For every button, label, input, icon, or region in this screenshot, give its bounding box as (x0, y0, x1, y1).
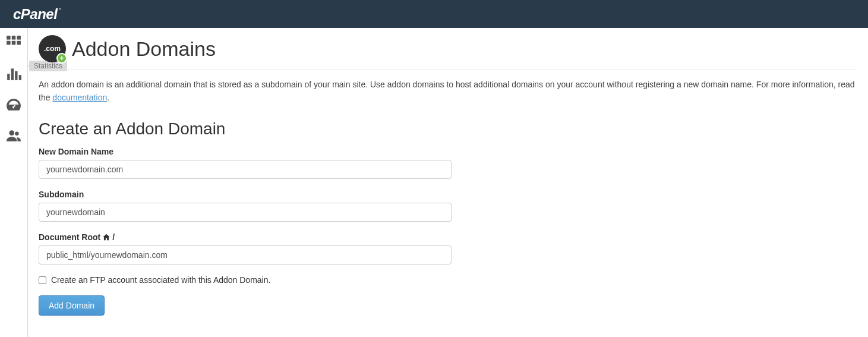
form-group-new-domain: New Domain Name (39, 147, 452, 179)
svg-rect-4 (12, 41, 16, 45)
ftp-checkbox-label: Create an FTP account associated with th… (51, 275, 270, 285)
sidebar-item-statistics[interactable] (0, 65, 28, 83)
new-domain-label: New Domain Name (39, 147, 452, 156)
svg-rect-7 (11, 68, 14, 80)
addon-domains-icon: .com + (39, 35, 66, 62)
layout: Statistics .com + Addon Domains An addon… (0, 28, 868, 337)
new-domain-input[interactable] (39, 160, 452, 179)
svg-rect-1 (12, 36, 16, 40)
page-title: Addon Domains (72, 37, 216, 61)
main-content: .com + Addon Domains An addon domain is … (28, 28, 868, 337)
page-title-row: .com + Addon Domains (39, 35, 857, 70)
svg-rect-0 (7, 36, 11, 40)
svg-point-11 (15, 132, 18, 136)
gauge-icon (6, 97, 21, 112)
docroot-input[interactable] (39, 245, 452, 264)
add-domain-button[interactable]: Add Domain (39, 295, 105, 316)
ftp-checkbox[interactable] (39, 276, 46, 284)
home-icon (102, 233, 111, 241)
form-group-docroot: Document Root / (39, 232, 452, 264)
svg-rect-6 (7, 74, 10, 80)
users-icon (6, 128, 21, 143)
svg-rect-5 (17, 41, 20, 45)
docroot-label: Document Root / (39, 232, 452, 242)
sidebar: Statistics (0, 28, 28, 337)
svg-rect-2 (17, 36, 20, 40)
documentation-link[interactable]: documentation (52, 93, 107, 102)
header-bar: cPanel (0, 0, 868, 28)
svg-rect-9 (19, 75, 21, 80)
svg-rect-3 (7, 41, 11, 45)
cpanel-logo[interactable]: cPanel (13, 6, 57, 23)
ftp-checkbox-row[interactable]: Create an FTP account associated with th… (39, 275, 857, 285)
sidebar-item-users[interactable] (0, 127, 28, 144)
subdomain-input[interactable] (39, 203, 452, 222)
sidebar-item-home[interactable] (0, 34, 28, 52)
svg-rect-8 (15, 71, 17, 80)
form-heading: Create an Addon Domain (39, 119, 857, 138)
grid-icon (6, 35, 21, 51)
sidebar-item-dashboard[interactable] (0, 96, 28, 114)
bar-chart-icon (6, 66, 21, 81)
svg-point-10 (9, 130, 14, 136)
subdomain-label: Subdomain (39, 190, 452, 199)
intro-text: An addon domain is an additional domain … (39, 78, 857, 104)
form-group-subdomain: Subdomain (39, 190, 452, 222)
